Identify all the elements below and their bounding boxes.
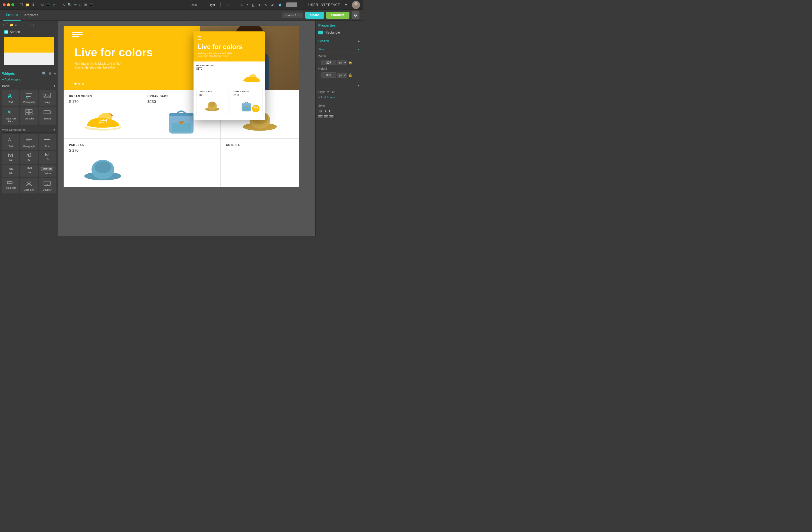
add-widgets-button[interactable]: + Add widgets [2,78,56,81]
screen-tab[interactable]: Screen 1 ✕ [282,12,303,18]
web-widget-title[interactable]: Title [39,134,56,150]
close-button[interactable] [3,3,6,6]
screen-1-item[interactable]: Screen 1 [2,29,56,35]
widget-text-table[interactable]: Text Table [20,107,37,125]
paint-icon[interactable]: 🖌 [271,3,274,6]
collapsed-section[interactable]: ▼ [318,82,360,89]
height-unit-select[interactable]: px % [337,73,347,78]
italic-icon[interactable]: I [247,3,248,6]
web-widget-user-icon[interactable]: User icon [20,178,37,193]
width-unit-select[interactable]: px % [337,60,347,65]
list-view-icon[interactable]: ≡ [15,23,16,27]
height-left-arrow[interactable]: ◁ [318,74,320,76]
fill-icon[interactable]: 💧 [278,3,282,6]
nav-right-icon[interactable]: → [26,23,29,27]
web-widget-button[interactable]: BUTTON Button [39,165,56,177]
web-widget-counter[interactable]: 1 Counter [39,178,56,193]
web-widget-h3[interactable]: h3 h3 [39,151,56,164]
dot-3[interactable] [82,83,84,85]
widget-paragraph[interactable]: A Paragraph [20,90,37,106]
pen-icon[interactable]: ✏ [74,3,77,7]
cursor-icon[interactable]: ↖ [62,3,65,7]
web-widget-h1[interactable]: h1 h1 [2,151,19,164]
shape-icon[interactable]: ◇ [79,3,82,7]
nav-down-icon[interactable]: ↓ [33,23,34,27]
open-icon[interactable]: 📁 [25,3,29,7]
add-screen-icon[interactable]: + [2,23,4,27]
basic-section-header[interactable]: Basic ▼ [2,84,56,88]
screen-type-icon[interactable]: ☐ [5,23,9,27]
text-color-icon[interactable]: A [265,3,266,6]
bold-icon[interactable]: B [240,3,243,6]
import-icon[interactable]: 📁 [10,23,14,27]
widget-text[interactable]: A Text [2,90,19,106]
widget-button[interactable]: Button [39,107,56,125]
product-urban-shoes[interactable]: URBAN SHOES $ 170 [63,90,142,138]
align-left-button[interactable] [318,115,323,119]
save-icon[interactable]: ⬇ [32,3,35,7]
settings-button[interactable]: ⚙ [352,11,360,19]
tab-screens[interactable]: Screens [3,10,20,20]
svg-point-2 [354,2,358,5]
svg-rect-64 [245,106,248,107]
arrow-icon[interactable]: ↵ [53,3,56,7]
new-file-icon[interactable]: ☐ [20,3,23,7]
zoom-icon[interactable]: 🔍 [68,3,72,7]
grid-widgets-icon[interactable]: ⊞ [48,71,52,75]
user-avatar[interactable] [352,1,360,9]
height-input[interactable] [321,72,336,78]
nav-up-icon[interactable]: ↑ [30,23,32,27]
device2-icon[interactable]: 📱 [89,3,93,7]
color-swatch[interactable] [286,2,297,7]
align-icon[interactable]: ≡ [259,3,260,6]
mobile-cute-hats[interactable]: CUTE HATS $80 [196,88,229,115]
position-section[interactable]: Position ▶ [318,38,360,44]
product-pamelas[interactable]: PAMELAS $ 170 [63,139,142,187]
widget-input-text-field[interactable]: A Input Text Field [2,107,19,125]
italic-style-button[interactable]: I [324,109,327,114]
underline-icon[interactable]: U [252,3,254,6]
svg-rect-24 [7,181,12,184]
size-section[interactable]: Size ▼ [318,46,360,53]
width-lock-icon[interactable]: 🔒 [348,61,352,65]
duplicate-icon[interactable]: ⧉ [41,3,44,7]
maximize-button[interactable] [11,3,14,6]
widget-image[interactable]: Image [39,90,56,106]
button-widget-icon [43,109,51,116]
web-widget-h4[interactable]: h4 h4 [2,165,19,177]
bold-style-button[interactable]: B [318,109,323,114]
web-widget-text[interactable]: A Text [2,134,19,150]
mobile-menu-icon[interactable]: ☰ [198,36,261,41]
width-left-arrow[interactable]: ◁ [318,61,320,64]
width-input[interactable] [321,60,336,65]
web-widget-h2[interactable]: h2 h2 [20,151,37,164]
web-widget-paragraph[interactable]: Paragraph [20,134,37,150]
dot-2[interactable] [78,83,81,85]
screen-tab-close-icon[interactable]: ✕ [298,14,301,16]
mobile-urban-bags[interactable]: URBAN BAGS $230 [231,88,263,115]
list-widgets-icon[interactable]: ≡ [54,71,56,75]
project-dropdown-icon[interactable]: ▼ [345,3,348,6]
share-button[interactable]: Share [305,12,324,19]
grid-view-icon[interactable]: ⊞ [18,23,20,27]
device-icon[interactable]: 📱 [46,3,50,7]
dot-1[interactable] [74,83,77,85]
canvas-area[interactable]: NEW OVERVIEW GALLERY CONTACT Live for co… [58,20,315,236]
underline-style-button[interactable]: U [328,109,333,114]
tab-templates[interactable]: Templates [20,10,41,20]
web-components-section-header[interactable]: Web Components ▼ [2,127,56,133]
add-image-button[interactable]: + Add Image [318,96,360,99]
align-right-button[interactable] [329,115,333,119]
web-paragraph-icon [25,137,33,144]
web-widget-input-field[interactable]: Input field [2,178,19,193]
web-widget-link[interactable]: LINK Link [20,165,37,177]
product-cute-bags[interactable]: CUTE BA [221,139,299,187]
align-center-button[interactable] [324,115,328,119]
simulate-button[interactable]: Simulate [326,12,349,19]
nav-left-icon[interactable]: ← [21,23,25,27]
height-lock-icon[interactable]: 🔒 [348,73,352,77]
select-icon[interactable]: ⊞ [84,3,87,7]
separator3 [97,2,97,7]
search-widgets-icon[interactable]: 🔍 [42,71,46,75]
minimize-button[interactable] [7,3,10,6]
